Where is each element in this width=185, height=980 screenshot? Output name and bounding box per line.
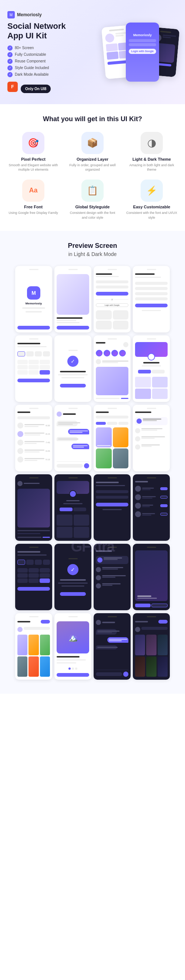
onboarding-screen-1 xyxy=(55,266,92,332)
feature-customizable: ⚡ Easy Customizable Consistent with the … xyxy=(126,180,178,220)
home-feed-screen xyxy=(93,336,130,402)
profile-screen xyxy=(133,336,170,402)
screen-row-2: ✓ xyxy=(6,336,179,402)
free-font-icon: Aa xyxy=(22,180,44,202)
feature-5: ✓ Dark Mode Available xyxy=(7,72,92,77)
logo-icon: M xyxy=(7,11,15,19)
preview-section: Preview Screen in Light & Dark Mode M Me… xyxy=(0,231,185,694)
pixel-perfect-icon: 🎯 xyxy=(22,132,44,154)
phone-main-mockup: Memoriosly Login with Google xyxy=(126,22,159,82)
signup-screen xyxy=(133,266,170,332)
chat-screen xyxy=(55,405,92,471)
check-icon-4: ✓ xyxy=(7,65,13,70)
hero-title: Social NetworkApp UI Kit xyxy=(7,21,92,41)
what-section: What you will get in this UI Kit? 🎯 Pixe… xyxy=(0,104,185,231)
discover-screen xyxy=(93,405,130,471)
figma-icon: F xyxy=(7,82,18,92)
dark-forgot-screen xyxy=(93,474,130,541)
feature-free-font: Aa Free Font Using Google free Display F… xyxy=(7,180,59,220)
screen-row-3: 9:30 8:15 7:45 6:20 xyxy=(6,405,179,471)
screen-row-1: M Memoriosly xyxy=(6,266,179,332)
section-title: What you will get in this UI Kit? xyxy=(7,115,178,123)
congrats-screen: ✓ xyxy=(55,336,92,402)
dark-post-success-screen: ✓ xyxy=(55,544,92,610)
styleguide-desc: Consistent design with the font and colo… xyxy=(67,210,118,220)
messages-screen: 9:30 8:15 7:45 6:20 xyxy=(15,405,52,471)
phone-mockup-group: Memoriosly Login with Google xyxy=(104,19,178,85)
organized-layer-icon: 📦 xyxy=(81,132,104,154)
organized-layer-name: Organized Layer xyxy=(77,157,108,161)
check-icon-2: ✓ xyxy=(7,52,13,57)
light-dark-icon: ◑ xyxy=(141,132,163,154)
feature-2: ✓ Fully Customizable xyxy=(7,52,92,57)
styleguide-name: Global Styleguide xyxy=(76,205,110,209)
dark-profile-detail-screen xyxy=(133,544,170,610)
feature-4: ✓ Style Guide Included xyxy=(7,65,92,70)
hero-right: Memoriosly Login with Google xyxy=(92,19,178,85)
customizable-desc: Consistent with the font and UI/UX style xyxy=(126,210,178,220)
dark-new-post-screen xyxy=(133,613,170,680)
styleguide-icon: 📋 xyxy=(81,180,104,202)
dark-profile-screen xyxy=(55,474,92,541)
pixel-perfect-name: Pixel Perfect xyxy=(21,157,45,161)
customizable-name: Easy Customizable xyxy=(133,205,170,209)
customizable-icon: ⚡ xyxy=(141,180,163,202)
feature-3: ✓ Reuse Component xyxy=(7,59,92,64)
check-icon-5: ✓ xyxy=(7,72,13,77)
free-font-desc: Using Google free Display Family xyxy=(8,210,58,215)
features-grid: 🎯 Pixel Perfect Smooth and Elegant websi… xyxy=(7,132,178,220)
onboarding-2-screen: 🏔️ xyxy=(55,613,92,680)
feature-1: ✓ 80+ Screen xyxy=(7,45,92,51)
dark-friends-screen xyxy=(133,474,170,541)
pixel-perfect-desc: Smooth and Elegant website with multiple… xyxy=(7,163,59,172)
check-icon-1: ✓ xyxy=(7,45,13,51)
dark-verification-screen xyxy=(15,544,52,610)
dark-post-screen xyxy=(15,474,52,541)
screen-row-5: ✓ xyxy=(6,544,179,610)
light-dark-desc: Amazing in both light and dark theme xyxy=(126,163,178,172)
dark-activity-screen xyxy=(93,544,130,610)
feature-styleguide: 📋 Global Styleguide Consistent design wi… xyxy=(67,180,118,220)
screen-row-4 xyxy=(6,474,179,541)
light-dark-name: Light & Dark Theme xyxy=(132,157,171,161)
free-font-name: Free Font xyxy=(24,205,43,209)
hero-section: M Memoriosly Social NetworkApp UI Kit ✓ … xyxy=(0,0,185,104)
notification-screen xyxy=(133,405,170,471)
preview-subtitle: in Light & Dark Mode xyxy=(6,251,179,257)
feature-light-dark: ◑ Light & Dark Theme Amazing in both lig… xyxy=(126,132,178,172)
ui8-badge[interactable]: Only On UI8 xyxy=(21,84,51,93)
login-screen: or Login with Google xyxy=(93,266,130,332)
organized-layer-desc: Fully in order, grouped and well organiz… xyxy=(67,163,118,172)
feature-pixel-perfect: 🎯 Pixel Perfect Smooth and Elegant websi… xyxy=(7,132,59,172)
hero-logo: M Memoriosly xyxy=(7,11,92,19)
hero-left: M Memoriosly Social NetworkApp UI Kit ✓ … xyxy=(7,11,92,93)
screen-row-6: 🏔️ xyxy=(6,613,179,680)
preview-title: Preview Screen xyxy=(6,242,179,250)
verification-screen xyxy=(15,336,52,402)
check-icon-3: ✓ xyxy=(7,59,13,64)
splash-screen: M Memoriosly xyxy=(15,266,52,332)
brand-name: Memoriosly xyxy=(17,12,42,18)
feature-organized-layer: 📦 Organized Layer Fully in order, groupe… xyxy=(67,132,118,172)
create-post-screen xyxy=(15,613,52,680)
dark-message-detail-screen xyxy=(93,613,130,680)
